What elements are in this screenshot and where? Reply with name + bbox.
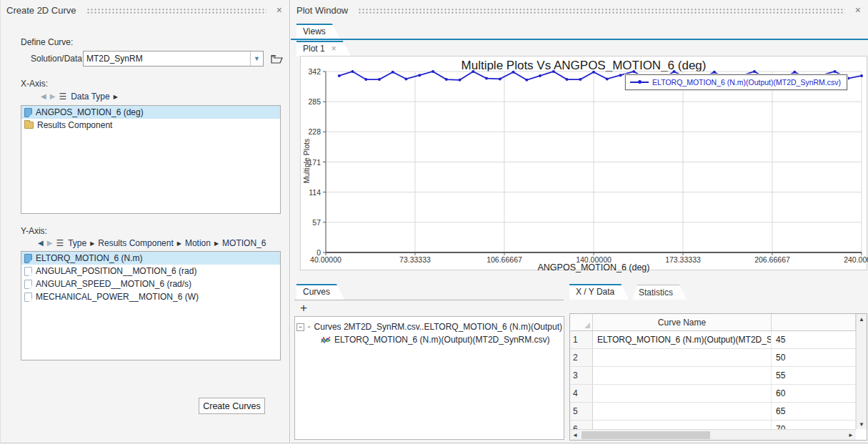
table-row[interactable]: 6 70 [570, 421, 856, 429]
x-axis-title: ANGPOS_MOTION_6 (deg) [504, 262, 683, 272]
close-icon[interactable]: × [276, 5, 282, 15]
table-row[interactable]: 3 55 [570, 367, 856, 385]
x-axis-breadcrumb: ◀ ▶ ☰ Data Type ▶ [41, 92, 118, 102]
row-number-cell: 5 [570, 403, 593, 420]
filter-list-icon[interactable]: ☰ [59, 92, 66, 102]
horizontal-scrollbar[interactable]: ◄ ► [570, 429, 856, 440]
breadcrumb-item[interactable]: Type [68, 238, 86, 248]
curve-icon [321, 335, 331, 344]
row-number-header[interactable] [570, 314, 593, 330]
close-icon[interactable]: × [855, 5, 861, 15]
row-number-cell: 6 [570, 421, 593, 429]
scroll-left-icon[interactable]: ◄ [570, 430, 580, 440]
vertical-scrollbar[interactable]: ▲ ▼ [856, 314, 867, 429]
scroll-right-icon[interactable]: ► [846, 430, 856, 440]
plot-window-panel: Plot Window × Views Plot 1 × Multiple Pl… [291, 0, 868, 443]
list-item-label: ELTORQ_MOTION_6 (N.m) [36, 253, 143, 263]
table-row[interactable]: 5 65 [570, 403, 856, 421]
list-item[interactable]: ANGULAR_SPEED__MOTION_6 (rad/s) [21, 277, 280, 290]
row-number-cell: 2 [570, 349, 593, 366]
drag-handle-dots[interactable] [358, 8, 845, 14]
tab-label: Statistics [639, 288, 673, 298]
list-item-label: ANGULAR_POSITION__MOTION_6 (rad) [36, 266, 196, 276]
breadcrumb-item[interactable]: Data Type [71, 92, 109, 102]
table-row[interactable]: 1 ELTORQ_MOTION_6 (N.m)(Output)(MT2D_Syn… [570, 331, 856, 349]
filter-list-icon[interactable]: ☰ [56, 238, 64, 248]
curves-tree: − Curves 2MT2D_SynRM.csv..ELTORQ_MOTION_… [294, 316, 564, 440]
list-item[interactable]: ANGULAR_POSITION__MOTION_6 (rad) [21, 265, 280, 277]
x-value-cell: 65 [772, 403, 856, 420]
data-page-icon [24, 293, 32, 302]
breadcrumb-item[interactable]: MOTION_6 [222, 238, 266, 248]
browse-file-button[interactable] [269, 51, 284, 66]
table-body: 1 ELTORQ_MOTION_6 (N.m)(Output)(MT2D_Syn… [570, 331, 856, 429]
table-header-row: Curve Name [570, 314, 856, 331]
y-axis-title: Multiple Plots [302, 132, 311, 190]
add-curve-button[interactable]: + [298, 301, 309, 315]
y-tick-label: 342 [301, 67, 321, 76]
chart-legend[interactable]: ELTORQ_MOTION_6 (N.m)(Output)(MT2D_SynRM… [625, 74, 847, 90]
chevron-down-icon[interactable]: ▼ [250, 51, 263, 66]
tab-label: X / Y Data [576, 287, 614, 297]
data-page-icon [24, 108, 32, 117]
tree-item-parent[interactable]: − Curves 2MT2D_SynRM.csv..ELTORQ_MOTION_… [296, 320, 562, 333]
tab-curves[interactable]: Curves [296, 284, 344, 300]
y-tick-label: 0 [301, 248, 321, 257]
xy-data-table: Curve Name 1 ELTORQ_MOTION_6 (N.m)(Outpu… [569, 313, 867, 441]
tab-views[interactable]: Views [296, 24, 340, 39]
scroll-up-icon[interactable]: ▲ [857, 314, 867, 324]
tree-item-child[interactable]: ELTORQ_MOTION_6 (N.m)(Output)(MT2D_SynRM… [296, 333, 562, 346]
curve-name-header[interactable]: Curve Name [593, 314, 772, 330]
table-row[interactable]: 2 50 [570, 349, 856, 367]
x-value-cell: 55 [772, 367, 856, 384]
plot-window-header[interactable]: Plot Window × [291, 0, 868, 20]
collapse-icon[interactable]: − [296, 323, 304, 331]
tab-label: Views [303, 26, 326, 36]
nav-back-icon[interactable]: ◀ [41, 93, 46, 100]
x-value-header[interactable] [772, 314, 856, 330]
x-value-cell: 70 [772, 421, 856, 429]
list-item[interactable]: ELTORQ_MOTION_6 (N.m) [21, 252, 280, 265]
list-item[interactable]: Results Component [21, 119, 280, 132]
scroll-down-icon[interactable]: ▼ [857, 419, 867, 429]
list-item-label: ANGPOS_MOTION_6 (deg) [36, 107, 144, 117]
x-tick-label: 240.00000 [840, 255, 868, 264]
tab-label: Plot 1 [303, 44, 325, 54]
breadcrumb-item[interactable]: Results Component [98, 238, 173, 248]
tab-statistics[interactable]: Statistics [632, 285, 687, 300]
curves-icon [308, 323, 311, 331]
create-2d-curve-header[interactable]: Create 2D Curve × [1, 0, 289, 20]
tab-label: Curves [303, 287, 330, 297]
close-tab-icon[interactable]: × [331, 44, 336, 54]
table-row[interactable]: 4 60 [570, 385, 856, 403]
list-item-label: MECHANICAL_POWER__MOTION_6 (W) [36, 292, 199, 302]
create-curves-button[interactable]: Create Curves [199, 398, 265, 414]
x-value-cell: 45 [772, 331, 856, 348]
row-number-cell: 4 [570, 385, 593, 402]
panel-title: Plot Window [296, 5, 348, 16]
row-number-cell: 1 [570, 331, 593, 348]
curve-name-cell [593, 385, 772, 402]
tab-plot-1[interactable]: Plot 1 × [296, 41, 351, 56]
list-item[interactable]: MECHANICAL_POWER__MOTION_6 (W) [21, 290, 280, 303]
folder-open-icon [271, 54, 283, 64]
nav-forward-icon[interactable]: ▶ [47, 240, 53, 247]
chart-canvas[interactable]: Multiple Plots Vs ANGPOS_MOTION_6 (deg) … [300, 56, 867, 270]
scrollbar-thumb[interactable] [582, 431, 710, 439]
solution-file-combobox[interactable]: MT2D_SynRM ▼ [83, 51, 264, 67]
breadcrumb-arrow-icon: ▶ [214, 240, 219, 247]
x-tick-label: 73.33333 [394, 255, 437, 264]
views-tab-underline [291, 39, 868, 40]
drag-handle-dots[interactable] [86, 8, 266, 14]
list-item[interactable]: ANGPOS_MOTION_6 (deg) [21, 106, 280, 119]
y-axis-listbox: ELTORQ_MOTION_6 (N.m) ANGULAR_POSITION__… [21, 251, 281, 360]
x-axis-label: X-Axis: [21, 79, 48, 89]
tab-xy-data[interactable]: X / Y Data [569, 284, 629, 300]
breadcrumb-item[interactable]: Motion [185, 238, 211, 248]
y-tick-label: 57 [301, 218, 321, 227]
nav-back-icon[interactable]: ◀ [38, 240, 44, 247]
create-2d-curve-panel: Create 2D Curve × Define Curve: Solution… [0, 0, 290, 443]
sort-icon [584, 323, 590, 328]
solution-file-value: MT2D_SynRM [84, 51, 250, 66]
nav-forward-icon[interactable]: ▶ [50, 93, 56, 100]
